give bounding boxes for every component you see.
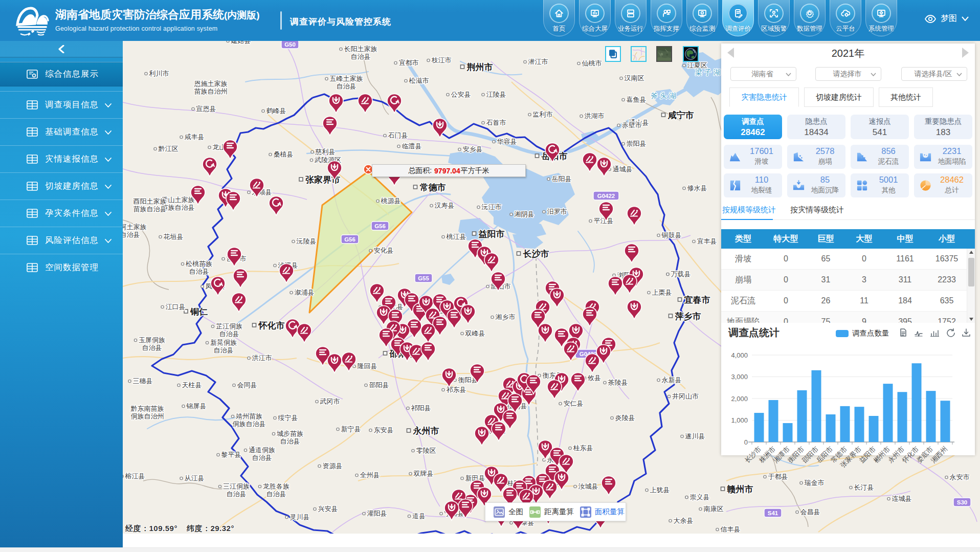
line-chart-icon[interactable]	[914, 328, 923, 337]
bar-娄底市[interactable]	[926, 391, 936, 442]
subsidence-icon	[792, 179, 806, 192]
bar-岳阳市[interactable]	[826, 414, 836, 442]
chevron-down-icon[interactable]	[962, 16, 969, 21]
sidebar-item-综合信息展示[interactable]: 综合信息展示	[0, 62, 123, 86]
data-icon	[800, 4, 819, 23]
map-label: 三江侗族自治县	[223, 482, 250, 498]
hazard-stat-地面沉降[interactable]: 85地面沉降	[787, 173, 845, 197]
region-select-3[interactable]: 请选择县/区	[901, 67, 967, 81]
year-next-arrow-icon[interactable]	[961, 47, 970, 58]
stat-card-调查点[interactable]: 调查点28462	[724, 115, 782, 139]
nav-item-云平台[interactable]: 云平台	[830, 0, 861, 36]
nav-item-业务运行[interactable]: 业务运行	[615, 0, 647, 36]
stat-card-重要隐患点[interactable]: 重要隐患点183	[914, 115, 972, 139]
sidebar-item-切坡建房信息[interactable]: 切坡建房信息	[0, 172, 123, 200]
bar-chart-icon[interactable]	[930, 328, 939, 337]
map-label: 花垣县	[163, 233, 184, 240]
bar-永州市[interactable]	[898, 392, 907, 442]
bar-益阳市[interactable]	[869, 416, 879, 442]
nav-item-系统管理[interactable]: 系统管理	[865, 0, 897, 36]
scroll-down-icon[interactable]	[967, 316, 975, 323]
app-subtitle: Geological hazard protection control app…	[55, 25, 260, 32]
stat-card-隐患点[interactable]: 隐患点18434	[787, 115, 845, 139]
bar-常德市[interactable]	[840, 406, 850, 442]
table-row[interactable]: 滑坡0650116116375	[721, 249, 967, 270]
bar-湘潭市[interactable]	[783, 423, 793, 442]
layers-icon[interactable]	[605, 46, 621, 62]
nav-item-综合监测[interactable]: 综合监测	[686, 0, 718, 36]
table-row[interactable]: 泥石流02611184635	[721, 291, 967, 312]
map-label: 酉阳土家族苗族自治县	[133, 197, 167, 213]
region-select-2[interactable]: 请选择市	[815, 67, 881, 81]
chart-toolbar	[898, 328, 971, 337]
sidebar-item-空间数据管理[interactable]: 空间数据管理	[0, 254, 123, 281]
map-tool-全图[interactable]: 全图	[494, 506, 523, 518]
globe-thumb[interactable]	[683, 46, 699, 62]
scrollbar-thumb[interactable]	[968, 258, 974, 286]
map-tool-面积量算[interactable]: 面积量算	[580, 506, 625, 518]
table-row[interactable]: 崩塌03133112233	[721, 270, 967, 291]
hazard-stat-泥石流[interactable]: 856泥石流	[851, 145, 909, 169]
refresh-icon[interactable]	[946, 328, 955, 337]
tab-灾害隐患统计[interactable]: 灾害隐患统计	[729, 87, 799, 107]
stat-card-速报点[interactable]: 速报点541	[851, 115, 909, 139]
table-scrollbar[interactable]	[967, 249, 975, 323]
scroll-up-icon[interactable]	[967, 249, 975, 256]
bar-郴州市[interactable]	[883, 384, 893, 442]
collapse-icon	[792, 150, 806, 164]
sidebar-item-灾情速报信息[interactable]: 灾情速报信息	[0, 145, 123, 172]
user-name[interactable]: 梦图	[941, 13, 957, 24]
distance-measure-icon	[529, 506, 541, 518]
bar-衡阳市[interactable]	[797, 390, 807, 442]
hazard-stat-其他[interactable]: 5001其他	[851, 173, 909, 197]
row-value: 184	[883, 296, 927, 305]
sidebar-item-风险评估信息[interactable]: 风险评估信息	[0, 227, 123, 254]
bar-株洲市[interactable]	[769, 400, 778, 442]
nav-item-数据管理[interactable]: 数据管理	[794, 0, 826, 36]
map-tool-距离量算[interactable]: 距离量算	[529, 506, 574, 518]
hazard-stat-总计[interactable]: 28462总计	[914, 173, 972, 197]
satellite-thumb[interactable]	[656, 46, 672, 62]
street-map-thumb[interactable]	[631, 46, 647, 62]
nav-item-首页[interactable]: 首页	[543, 0, 575, 36]
nav-item-区域预警[interactable]: 区域预警	[758, 0, 790, 36]
bar-邵阳市[interactable]	[812, 370, 821, 442]
bar-长沙市[interactable]	[754, 413, 764, 442]
download-icon[interactable]	[962, 328, 971, 337]
table-row[interactable]: 地面塌陷07593951752	[721, 312, 967, 323]
row-value: 1752	[927, 317, 967, 323]
region-select-1[interactable]: 湖南省	[730, 67, 796, 81]
nav-item-调查评价[interactable]: 调查评价	[722, 0, 754, 36]
subtab-按灾情等级统计[interactable]: 按灾情等级统计	[790, 205, 844, 215]
stat-cards: 调查点28462隐患点18434速报点541重要隐患点183	[721, 115, 975, 139]
tab-其他统计[interactable]: 其他统计	[879, 87, 933, 107]
eye-icon[interactable]	[925, 15, 936, 23]
sidebar-item-基础调查信息[interactable]: 基础调查信息	[0, 118, 123, 145]
map-label: 崇义县	[690, 493, 710, 501]
region-selects: 湖南省请选择市请选择县/区	[721, 67, 975, 81]
bar-怀化市[interactable]	[912, 363, 922, 442]
sidebar-collapse-button[interactable]	[0, 41, 123, 58]
hazard-stat-地面塌陷[interactable]: 2231地面塌陷	[914, 145, 972, 169]
hazard-stat-滑坡[interactable]: 17601滑坡	[724, 145, 782, 169]
sidebar-item-调查项目信息[interactable]: 调查项目信息	[0, 91, 123, 118]
map-label: 会同县	[237, 381, 257, 389]
bar-湘西州[interactable]	[941, 401, 950, 442]
data-view-icon[interactable]	[898, 328, 907, 337]
subtab-按规模等级统计[interactable]: 按规模等级统计	[722, 205, 776, 215]
hazard-stat-崩塌[interactable]: 2578崩塌	[787, 145, 845, 169]
user-area[interactable]: 梦图	[925, 13, 969, 24]
bar-张家界市[interactable]	[855, 407, 864, 442]
map-label: 恩施土家族苗族自治州	[194, 80, 228, 95]
map-label: 道县	[412, 512, 426, 520]
map-label: 萍乡市	[675, 312, 701, 321]
hazard-stat-地裂缝[interactable]: 110地裂缝	[724, 173, 782, 197]
nav-item-指挥支撑[interactable]: 指挥支撑	[651, 0, 682, 36]
nav-item-综合大屏[interactable]: 综合大屏	[579, 0, 611, 36]
map-label: 井冈山市	[672, 392, 699, 400]
chart-legend[interactable]: 调查点数量	[836, 328, 889, 338]
sidebar-item-孕灾条件信息[interactable]: 孕灾条件信息	[0, 200, 123, 227]
map-label: 汉南区	[625, 74, 644, 82]
tab-切坡建房统计[interactable]: 切坡建房统计	[804, 87, 874, 107]
sidebar-item-label: 综合信息展示	[45, 69, 123, 80]
